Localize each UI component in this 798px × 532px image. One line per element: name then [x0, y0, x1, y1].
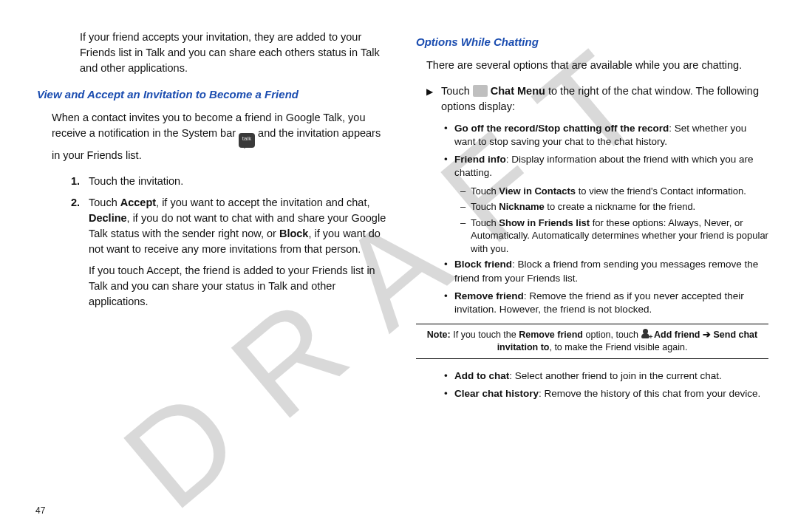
label: Go off the record/Stop chatting off the …: [454, 123, 669, 134]
section-heading-invite: View and Accept an Invitation to Become …: [37, 86, 389, 103]
text: Remove friend: Remove the friend as if y…: [454, 290, 768, 316]
bullet-icon: •: [444, 290, 454, 316]
text: Touch: [89, 197, 120, 208]
desc: : Remove the history of this chat from y…: [539, 388, 760, 399]
step-number: 1.: [71, 174, 89, 189]
triangle-bullet-icon: ▶: [426, 83, 441, 115]
bullet-icon: •: [444, 387, 454, 400]
block-label: Block: [279, 228, 309, 239]
bullet-icon: •: [444, 153, 454, 180]
text: Touch View in Contacts to view the frien…: [471, 185, 768, 198]
text: Touch Chat Menu to the right of the chat…: [441, 83, 768, 115]
step-text: Touch the invitation.: [89, 174, 389, 189]
chat-menu-icon: [473, 85, 488, 97]
label: Friend info: [454, 154, 506, 165]
options-intro: There are several options that are avail…: [426, 58, 768, 73]
b: Nickname: [499, 201, 544, 212]
label: Add to chat: [454, 370, 509, 381]
option-remove-friend: • Remove friend: Remove the friend as if…: [444, 290, 768, 316]
left-column: If your friend accepts your invitation, …: [37, 30, 403, 510]
step-1: 1. Touch the invitation.: [71, 174, 389, 189]
bullet-icon: •: [444, 258, 454, 284]
sub-view-in-contacts: – Touch View in Contacts to view the fri…: [460, 185, 768, 198]
text: Clear chat history: Remove the history o…: [454, 387, 768, 400]
text: Touch: [441, 85, 473, 97]
b: Show in Friends list: [499, 217, 590, 228]
label: Remove friend: [454, 290, 524, 301]
chat-menu-step: ▶ Touch Chat Menu to the right of the ch…: [426, 83, 768, 115]
option-block-friend: • Block friend: Block a friend from send…: [444, 258, 768, 284]
label: Clear chat history: [454, 388, 539, 399]
b: Remove friend: [519, 330, 583, 340]
bullet-icon: •: [444, 369, 454, 383]
b: View in Contacts: [499, 185, 576, 197]
t: Touch: [471, 185, 499, 197]
desc: : Select another friend to join in the c…: [509, 370, 721, 381]
invite-paragraph: When a contact invites you to become a f…: [52, 110, 389, 163]
arrow-icon: ➔: [700, 330, 714, 340]
sub-show-in-friends: – Touch Show in Friends list for these o…: [460, 216, 768, 256]
t: option, touch: [583, 330, 641, 340]
chat-menu-label: Chat Menu: [491, 85, 545, 97]
talk-icon: talk: [239, 133, 255, 148]
text: to the right of the chat window. The fol…: [441, 85, 759, 112]
after-accept-text: If you touch Accept, the friend is added…: [89, 263, 389, 310]
t: Touch: [471, 201, 499, 212]
add-friend-icon: +: [641, 329, 652, 339]
option-go-off-record: • Go off the record/Stop chatting off th…: [444, 122, 768, 149]
text: , if you want to accept the invitation a…: [156, 197, 369, 208]
note-box: Note: If you touch the Remove friend opt…: [416, 324, 768, 359]
page-number: 47: [35, 505, 45, 516]
option-clear-chat-history: • Clear chat history: Remove the history…: [444, 387, 768, 400]
section-heading-options: Options While Chatting: [416, 34, 768, 50]
dash-icon: –: [460, 185, 471, 198]
sub-nickname: – Touch Nickname to create a nickname fo…: [460, 200, 768, 214]
t: If you touch the: [451, 330, 519, 340]
accept-label: Accept: [120, 197, 156, 208]
step-text: Touch Accept, if you want to accept the …: [89, 195, 389, 257]
dash-icon: –: [460, 200, 471, 214]
right-column: Options While Chatting There are several…: [403, 30, 768, 510]
text: Go off the record/Stop chatting off the …: [454, 122, 768, 149]
text: Touch Nickname to create a nickname for …: [471, 200, 768, 214]
step-number: 2.: [71, 195, 89, 257]
t: , to make the Friend visible again.: [549, 342, 687, 352]
option-friend-info: • Friend info: Display information about…: [444, 153, 768, 180]
text: Friend info: Display information about t…: [454, 153, 768, 180]
dash-icon: –: [460, 216, 471, 256]
label: Block friend: [454, 259, 512, 270]
t: to view the friend's Contact information…: [576, 185, 746, 197]
page-content: If your friend accepts your invitation, …: [0, 0, 798, 532]
note-label: Note:: [427, 330, 451, 340]
step-2: 2. Touch Accept, if you want to accept t…: [71, 195, 389, 257]
b: Add friend: [654, 330, 700, 340]
text: Add to chat: Select another friend to jo…: [454, 369, 768, 383]
intro-text: If your friend accepts your invitation, …: [80, 30, 389, 76]
option-add-to-chat: • Add to chat: Select another friend to …: [444, 369, 768, 383]
t: Touch: [471, 217, 499, 228]
text: Block friend: Block a friend from sendin…: [454, 258, 768, 284]
text: Touch Show in Friends list for these opt…: [471, 216, 768, 256]
decline-label: Decline: [89, 212, 127, 224]
bullet-icon: •: [444, 122, 454, 149]
t: to create a nickname for the friend.: [545, 201, 696, 212]
